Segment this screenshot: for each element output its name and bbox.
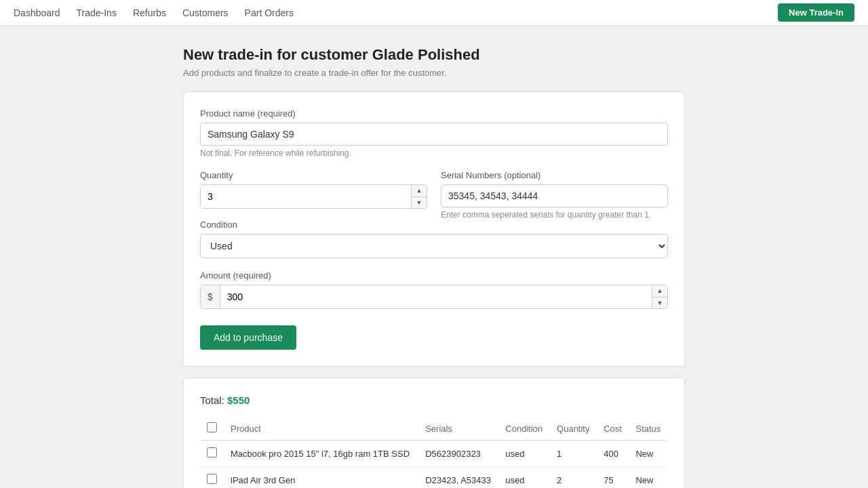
row-checkbox-cell <box>200 441 224 467</box>
row-cost-0: 400 <box>597 441 629 467</box>
quantity-spinner-btns: ▲ ▼ <box>411 185 427 208</box>
quantity-decrement[interactable]: ▼ <box>412 197 427 208</box>
quantity-input[interactable] <box>201 185 411 208</box>
amount-decrement[interactable]: ▼ <box>652 297 667 308</box>
row-checkbox-1[interactable] <box>207 474 217 484</box>
nav-dashboard[interactable]: Dashboard <box>14 2 60 24</box>
row-checkbox-cell <box>200 467 224 489</box>
add-to-purchase-button[interactable]: Add to purchase <box>200 325 296 350</box>
products-table: Product Serials Condition Quantity Cost … <box>200 417 668 488</box>
nav-refurbs[interactable]: Refurbs <box>133 2 166 24</box>
product-name-group: Product name (required) Not final. For r… <box>200 108 668 158</box>
quantity-col: Quantity ▲ ▼ <box>200 170 427 220</box>
table-row: iPad Air 3rd Gen D23423, A53433 used 2 7… <box>200 467 668 489</box>
row-serials-1: D23423, A53433 <box>418 467 498 489</box>
row-status-1: New <box>629 467 668 489</box>
condition-group: Condition New Used Damaged <box>200 220 668 258</box>
serial-input[interactable] <box>441 184 668 207</box>
new-trade-in-nav-button[interactable]: New Trade-In <box>778 3 854 22</box>
row-serials-0: D5623902323 <box>418 441 498 467</box>
amount-label: Amount (required) <box>200 270 668 281</box>
page-title: New trade-in for customer Glade Polished <box>183 46 685 64</box>
product-name-hint: Not final. For reference while refurbish… <box>200 148 668 158</box>
table-body: Macbook pro 2015 15" i7, 16gb ram 1TB SS… <box>200 441 668 489</box>
row-product-0: Macbook pro 2015 15" i7, 16gb ram 1TB SS… <box>224 441 418 467</box>
row-status-0: New <box>629 441 668 467</box>
header-status: Status <box>629 417 668 441</box>
quantity-serial-row: Quantity ▲ ▼ Serial Numbers (optional) E… <box>200 170 668 220</box>
table-row: Macbook pro 2015 15" i7, 16gb ram 1TB SS… <box>200 441 668 467</box>
nav-customers[interactable]: Customers <box>182 2 229 24</box>
products-table-wrapper: Product Serials Condition Quantity Cost … <box>200 417 668 488</box>
row-cost-1: 75 <box>597 467 629 489</box>
amount-group: Amount (required) $ ▲ ▼ <box>200 270 668 309</box>
amount-increment[interactable]: ▲ <box>652 285 667 297</box>
main-content: New trade-in for customer Glade Polished… <box>0 26 868 488</box>
condition-select[interactable]: New Used Damaged <box>200 234 668 258</box>
row-quantity-1: 2 <box>550 467 597 489</box>
totals-card: Total: $550 Product Serials Condition Qu… <box>183 378 685 488</box>
total-label: Total: $550 <box>200 394 668 406</box>
navbar: Dashboard Trade-Ins Refurbs Customers Pa… <box>0 0 868 26</box>
amount-prefix: $ <box>201 285 220 308</box>
header-cost: Cost <box>597 417 629 441</box>
amount-input[interactable] <box>220 285 652 308</box>
page-subtitle: Add products and finalize to create a tr… <box>183 68 685 78</box>
header-checkbox-col <box>200 417 224 441</box>
form-card: Product name (required) Not final. For r… <box>183 92 685 367</box>
row-product-1: iPad Air 3rd Gen <box>224 467 418 489</box>
page-container: New trade-in for customer Glade Polished… <box>183 46 685 488</box>
total-amount: $550 <box>227 394 250 406</box>
serial-col: Serial Numbers (optional) Enter comma se… <box>441 170 668 220</box>
header-condition: Condition <box>498 417 550 441</box>
amount-wrapper: $ ▲ ▼ <box>200 285 668 309</box>
header-quantity: Quantity <box>550 417 597 441</box>
serial-hint: Enter comma seperated serials for quanti… <box>441 210 668 220</box>
product-name-label: Product name (required) <box>200 108 668 119</box>
nav-trade-ins[interactable]: Trade-Ins <box>77 2 117 24</box>
table-head: Product Serials Condition Quantity Cost … <box>200 417 668 441</box>
product-name-input[interactable] <box>200 123 668 146</box>
quantity-increment[interactable]: ▲ <box>412 185 427 197</box>
nav-part-orders[interactable]: Part Orders <box>245 2 294 24</box>
select-all-checkbox[interactable] <box>207 422 217 432</box>
header-serials: Serials <box>418 417 498 441</box>
table-header-row: Product Serials Condition Quantity Cost … <box>200 417 668 441</box>
row-condition-1: used <box>498 467 550 489</box>
row-condition-0: used <box>498 441 550 467</box>
row-quantity-0: 1 <box>550 441 597 467</box>
header-product: Product <box>224 417 418 441</box>
quantity-label: Quantity <box>200 170 427 180</box>
total-text: Total: <box>200 394 224 406</box>
nav-links: Dashboard Trade-Ins Refurbs Customers Pa… <box>14 2 778 24</box>
row-checkbox-0[interactable] <box>207 447 217 458</box>
amount-spinner-btns: ▲ ▼ <box>652 285 667 308</box>
condition-label: Condition <box>200 220 668 230</box>
quantity-spinner: ▲ ▼ <box>200 184 427 209</box>
serial-label: Serial Numbers (optional) <box>441 170 668 180</box>
